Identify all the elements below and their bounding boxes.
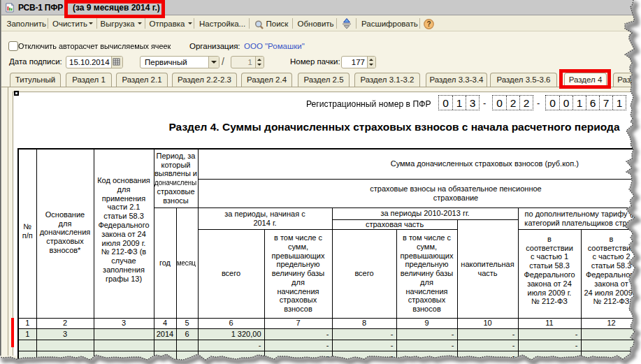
svg-text:?: ? bbox=[426, 20, 431, 28]
